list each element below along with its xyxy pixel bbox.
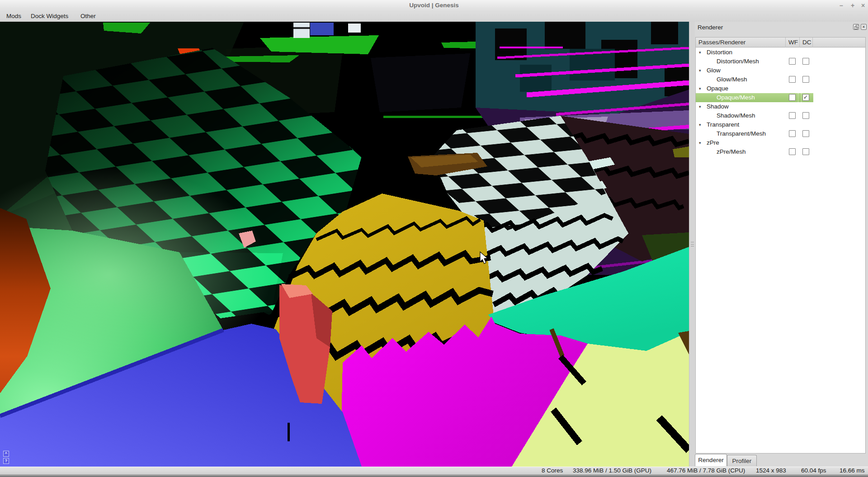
tree-group-shadow[interactable]: ▾ Shadow	[696, 102, 865, 111]
tree-group-zpre[interactable]: ▾ zPre	[696, 138, 865, 147]
header-passes[interactable]: Passes/Renderer	[696, 38, 786, 47]
tree-group-transparent[interactable]: ▾ Transparent	[696, 120, 865, 129]
tree-row-transparent-mesh[interactable]: Transparent/Mesh ✓ ✓	[696, 129, 865, 138]
menu-bar: Mods Dock Widgets Other	[0, 11, 868, 22]
tab-renderer[interactable]: Renderer	[695, 454, 727, 466]
status-frametime: 16.66 ms	[840, 467, 865, 475]
dc-checkbox[interactable]: ✓	[802, 112, 809, 119]
tree-row-glow-mesh[interactable]: Glow/Mesh ✓ ✓	[696, 75, 865, 84]
menu-other[interactable]: Other	[79, 11, 98, 22]
status-resolution: 1524 x 983	[756, 467, 786, 475]
panel-title: Renderer	[698, 24, 723, 31]
expander-icon[interactable]: ▾	[699, 138, 701, 147]
group-label: Distortion	[707, 48, 732, 57]
dc-checkbox[interactable]: ✓	[802, 130, 809, 137]
panel-splitter[interactable]	[689, 22, 695, 467]
passes-tree: Passes/Renderer WF DC ▾ Distortion Disto…	[695, 37, 866, 453]
expander-icon[interactable]: ▾	[699, 120, 701, 129]
voxel-terrain	[0, 22, 689, 467]
status-cpu-memory: 467.76 MiB / 7.78 GiB (CPU)	[667, 467, 745, 475]
application-window: Upvoid | Genesis – + × Mods Dock Widgets…	[0, 0, 868, 477]
tree-header[interactable]: Passes/Renderer WF DC	[696, 38, 865, 47]
dc-checkbox[interactable]: ✓	[802, 76, 809, 83]
header-filler	[813, 38, 865, 47]
status-fps: 60.04 fps	[801, 467, 826, 475]
tree-group-glow[interactable]: ▾ Glow	[696, 66, 865, 75]
status-bar: 8 Cores 338.96 MiB / 1.50 GiB (GPU) 467.…	[0, 467, 868, 474]
group-label: Opaque	[707, 84, 728, 93]
restore-widget-icon[interactable]: ^	[3, 451, 9, 457]
pass-label: Glow/Mesh	[717, 75, 747, 84]
expander-icon[interactable]: ▾	[699, 102, 701, 111]
expander-icon[interactable]: ▾	[699, 66, 701, 75]
wf-checkbox[interactable]: ✓	[789, 76, 796, 83]
expander-icon[interactable]: ▾	[699, 48, 701, 57]
header-dc[interactable]: DC	[800, 38, 813, 47]
title-bar[interactable]: Upvoid | Genesis – + ×	[0, 0, 868, 11]
tree-row-distortion-mesh[interactable]: Distortion/Mesh ✓ ✓	[696, 57, 865, 66]
wf-checkbox[interactable]: ✓	[789, 112, 796, 119]
group-label: Glow	[707, 66, 721, 75]
wf-checkbox[interactable]: ✓	[789, 94, 796, 101]
tree-group-opaque[interactable]: ▾ Opaque	[696, 84, 865, 93]
menu-mods[interactable]: Mods	[5, 11, 23, 22]
focus-cell	[798, 93, 802, 102]
tab-profiler[interactable]: Profiler	[727, 455, 757, 466]
dc-checkbox[interactable]: ✓	[802, 148, 809, 155]
check-icon: ✓	[803, 94, 808, 100]
menu-dock-widgets[interactable]: Dock Widgets	[29, 11, 70, 22]
tree-row-opaque-mesh[interactable]: Opaque/Mesh ✓ ✓	[696, 93, 813, 102]
window-bottom-edge	[0, 474, 868, 477]
pass-label: Distortion/Mesh	[717, 57, 759, 66]
status-cores: 8 Cores	[542, 467, 563, 475]
renderer-dock-panel: Renderer × Passes/Renderer WF DC ▾ Disto…	[695, 22, 868, 467]
voxel-scene	[0, 22, 689, 467]
pass-label: Transparent/Mesh	[717, 129, 766, 138]
float-window-icon[interactable]	[853, 24, 859, 30]
minimize-button[interactable]: –	[837, 1, 845, 9]
pass-label: zPre/Mesh	[717, 147, 746, 156]
tree-row-shadow-mesh[interactable]: Shadow/Mesh ✓ ✓	[696, 111, 865, 120]
window-title: Upvoid | Genesis	[0, 0, 868, 11]
maximize-button[interactable]: +	[849, 1, 857, 9]
header-wf[interactable]: WF	[786, 38, 800, 47]
dc-checkbox[interactable]: ✓	[802, 94, 809, 101]
wf-checkbox[interactable]: ✓	[789, 148, 796, 155]
pass-label: Shadow/Mesh	[717, 111, 755, 120]
close-panel-icon[interactable]: ×	[861, 24, 867, 30]
viewport-3d[interactable]: ^ ?	[0, 22, 689, 467]
group-label: Transparent	[707, 120, 739, 129]
splitter-grip[interactable]	[691, 242, 694, 246]
help-widget-icon[interactable]: ?	[3, 458, 9, 464]
close-button[interactable]: ×	[859, 1, 867, 9]
group-label: zPre	[707, 138, 719, 147]
wf-checkbox[interactable]: ✓	[789, 58, 796, 65]
group-label: Shadow	[707, 102, 729, 111]
tree-row-zpre-mesh[interactable]: zPre/Mesh ✓ ✓	[696, 147, 865, 156]
tree-group-distortion[interactable]: ▾ Distortion	[696, 48, 865, 57]
wf-checkbox[interactable]: ✓	[789, 130, 796, 137]
dc-checkbox[interactable]: ✓	[802, 58, 809, 65]
status-gpu-memory: 338.96 MiB / 1.50 GiB (GPU)	[573, 467, 651, 475]
expander-icon[interactable]: ▾	[699, 84, 701, 93]
pass-label: Opaque/Mesh	[717, 93, 755, 102]
